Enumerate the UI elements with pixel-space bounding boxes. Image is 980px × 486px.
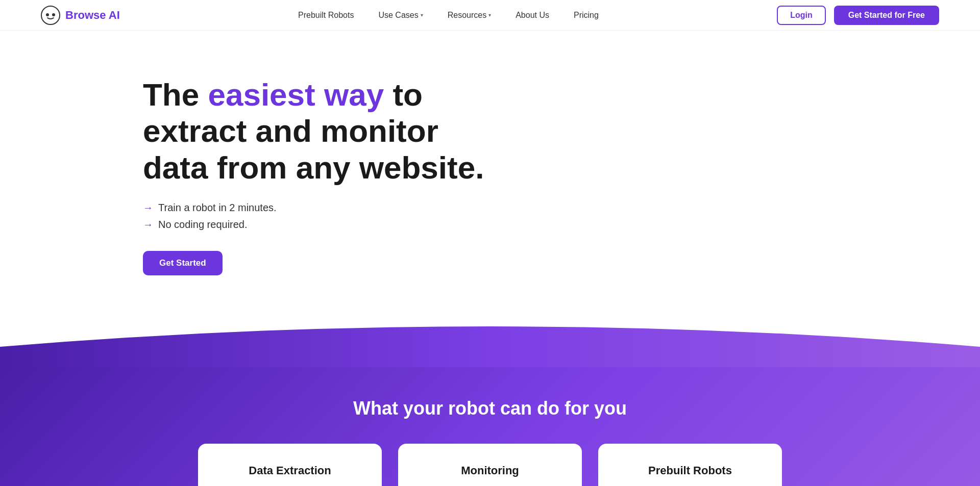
- hero-title: The easiest way to extract and monitor d…: [143, 76, 500, 186]
- hero-bullet-1: → Train a robot in 2 minutes.: [143, 202, 939, 214]
- get-started-header-button[interactable]: Get Started for Free: [834, 6, 939, 25]
- hero-section: The easiest way to extract and monitor d…: [0, 31, 980, 306]
- header-actions: Login Get Started for Free: [777, 6, 939, 25]
- card-data-extraction: Data Extraction Extract specific data fr…: [198, 444, 382, 486]
- arrow-icon: →: [143, 219, 153, 231]
- nav-prebuilt-robots[interactable]: Prebuilt Robots: [298, 11, 354, 20]
- card-monitoring-title: Monitoring: [414, 464, 566, 477]
- nav-use-cases[interactable]: Use Cases ▾: [378, 11, 423, 20]
- get-started-hero-button[interactable]: Get Started: [143, 251, 223, 275]
- chevron-down-icon: ▾: [488, 12, 491, 18]
- purple-section-wrapper: What your robot can do for you Data Extr…: [0, 306, 980, 486]
- hero-bullets: → Train a robot in 2 minutes. → No codin…: [143, 202, 939, 231]
- card-monitoring: Monitoring Extract data on a schedule an…: [398, 444, 582, 486]
- nav-resources[interactable]: Resources ▾: [448, 11, 491, 20]
- curve-decoration: [0, 306, 980, 367]
- card-prebuilt-robots: Prebuilt Robots Browse prebuilt robots f…: [598, 444, 782, 486]
- nav-about-us[interactable]: About Us: [516, 11, 549, 20]
- hero-bullet-2: → No coding required.: [143, 219, 939, 231]
- chevron-down-icon: ▾: [421, 12, 423, 18]
- logo[interactable]: Browse AI: [41, 6, 120, 25]
- browse-ai-logo-icon: [41, 6, 60, 25]
- login-button[interactable]: Login: [777, 6, 826, 25]
- arrow-icon: →: [143, 202, 153, 214]
- features-section-title: What your robot can do for you: [41, 398, 939, 419]
- svg-point-1: [46, 13, 49, 16]
- features-section: What your robot can do for you Data Extr…: [0, 367, 980, 486]
- logo-text: Browse AI: [65, 9, 120, 22]
- svg-point-2: [52, 13, 55, 16]
- site-header: Browse AI Prebuilt Robots Use Cases ▾ Re…: [0, 0, 980, 31]
- card-prebuilt-robots-title: Prebuilt Robots: [615, 464, 766, 477]
- svg-point-0: [41, 6, 60, 24]
- feature-cards-row: Data Extraction Extract specific data fr…: [184, 444, 796, 486]
- nav-pricing[interactable]: Pricing: [574, 11, 599, 20]
- card-data-extraction-title: Data Extraction: [214, 464, 365, 477]
- main-nav: Prebuilt Robots Use Cases ▾ Resources ▾ …: [298, 11, 599, 20]
